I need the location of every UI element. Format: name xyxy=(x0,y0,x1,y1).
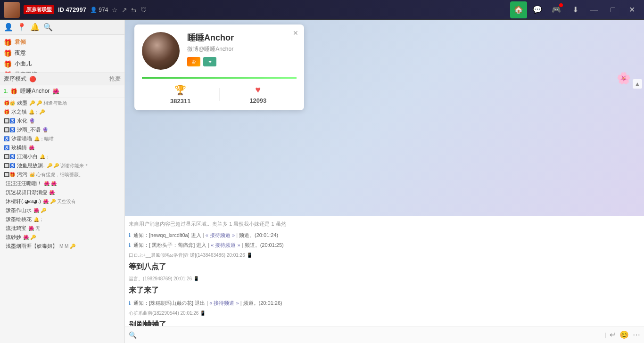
flower-decoration: 🌸 xyxy=(617,72,631,85)
channel-id: ID 472997 xyxy=(58,6,86,13)
chat-message: 心脏系曲南(182290544) 20:01:26 📱 别刷蛐蛐了 xyxy=(129,310,640,326)
chat-button[interactable]: 💬 xyxy=(529,1,546,18)
enter-icon[interactable]: ↵ xyxy=(610,330,616,339)
topbar-avatar[interactable] xyxy=(4,2,20,18)
rob-mic-button[interactable]: 抢麦 xyxy=(109,75,121,83)
home-button[interactable]: 🏠 xyxy=(510,1,527,18)
user-badge: 🔲♿ xyxy=(4,118,15,123)
list-item[interactable]: 沉迷叔叔日渐消瘦 🌺 xyxy=(0,188,124,197)
user-extra: 🔔； xyxy=(40,154,50,160)
chat-input[interactable] xyxy=(140,332,601,338)
gift-icon: 🎁 xyxy=(4,49,12,57)
list-item[interactable]: 🔲♿ 池鱼思故渊- 🔑 🔑 谢谢你能来 ⁺ xyxy=(0,161,124,170)
mic-slot: 1. 🎁 睡睡Anchor 🌺 xyxy=(0,85,124,98)
list-item[interactable]: ♿ 汐霍喵喵 🔔；喵喵 xyxy=(0,134,124,143)
user-name: 水之镇 xyxy=(11,108,27,115)
emoji-icon[interactable]: 😊 xyxy=(619,330,629,339)
list-item[interactable]: 🔲♿ 江湖小白 🔔； xyxy=(0,152,124,161)
chat-notice: ℹ 通知：[珠穗朗玛山巅の花] 退出 | « 接待频道 » | 频道。(20:0… xyxy=(129,299,640,308)
user-name: 泼墨作山水 xyxy=(6,207,32,214)
user-name: 江湖小白 xyxy=(17,153,38,160)
forward-icon[interactable]: ↗ xyxy=(122,6,127,14)
user-extra: 👑 心有猛虎，细嗅蔷薇。 xyxy=(29,172,83,178)
user-extra: 🔑 🔑 相逢与散场 xyxy=(29,100,67,106)
star-icon[interactable]: ☆ xyxy=(112,6,118,14)
top-users-list: 🎁 君倾 🎁 夜意 🎁 小曲儿 🎁 暴率不济 xyxy=(0,35,124,73)
trophy-stat: 🏆 382311 xyxy=(142,84,219,105)
fans-icon: 👤 xyxy=(90,7,97,13)
list-item[interactable]: 🎁👑 残墨 🔑 🔑 相逢与散场 xyxy=(0,98,124,107)
more-options-icon[interactable]: ⋯ xyxy=(633,330,640,339)
share-icon[interactable]: ⇆ xyxy=(131,6,137,14)
minimize-button[interactable]: — xyxy=(586,1,603,18)
user-name: 流砂妙 xyxy=(6,234,21,241)
mic-user-badge: 🌺 xyxy=(52,88,59,95)
list-item[interactable]: 🎁 小曲儿 xyxy=(0,58,124,69)
list-item[interactable]: 浅墨烟雨涯【妖毒姐】 M M 🔑 xyxy=(0,242,124,251)
user-extra: M M 🔑 xyxy=(59,244,75,249)
fans-count: 👤 974 xyxy=(90,7,108,13)
shield-icon[interactable]: 🛡 xyxy=(140,6,147,14)
notification-icon[interactable]: 🔔 xyxy=(30,23,40,32)
user-badge: 🔲🎁 xyxy=(4,172,15,177)
list-item[interactable]: 🎁 夜意 xyxy=(0,48,124,58)
user-extra: 🌺 无 xyxy=(28,225,40,232)
profile-badge-green: ✦ xyxy=(203,57,216,66)
profile-avatar xyxy=(142,32,180,70)
list-item[interactable]: 泼墨作山水 🌺 🔑 xyxy=(0,206,124,215)
list-item[interactable]: 流批鸡宝 🌺 无 xyxy=(0,224,124,233)
left-panel: 👤 📍 🔔 🔍 🎁 君倾 🎁 夜意 🎁 小曲儿 🎁 暴率不济 xyxy=(0,20,125,343)
download-button[interactable]: ⬇ xyxy=(567,1,584,18)
mic-mode-bar: 麦序模式 🔴 抢麦 xyxy=(0,73,124,85)
restore-button[interactable]: □ xyxy=(604,1,621,18)
topbar-action-icons: ☆ ↗ ⇆ 🛡 xyxy=(112,6,147,14)
user-extra: 🔑 🔑 谢谢你能来 ⁺ xyxy=(47,163,88,169)
window-controls: 🏠 💬 🎮 ⬇ — □ ✕ xyxy=(510,1,640,18)
main-layout: 👤 📍 🔔 🔍 🎁 君倾 🎁 夜意 🎁 小曲儿 🎁 暴率不济 xyxy=(0,20,644,343)
info-icon: ℹ xyxy=(129,232,131,238)
user-name: 沐檀轩(.◕ω◕.) xyxy=(6,198,41,205)
list-item[interactable]: 🎁 君倾 xyxy=(0,37,124,48)
list-item[interactable]: 🔲♿ 汐雨_不语 🔮 xyxy=(0,125,124,134)
chat-message: 温言。(1982948769) 20:01:26 📱 来了来了 xyxy=(129,275,640,297)
list-item[interactable]: 泼墨绘桃花 🔔； xyxy=(0,215,124,224)
user-badge: 🔲♿ xyxy=(4,127,15,132)
scroll-up-button[interactable]: ▲ xyxy=(633,79,642,89)
profile-card: 睡睡Anchor 微博@睡睡Anchor ♔ ✦ 🏆 382311 ♥ 1 xyxy=(134,24,304,110)
user-icon[interactable]: 👤 xyxy=(4,23,13,32)
profile-close-button[interactable]: ✕ xyxy=(291,28,300,38)
list-item[interactable]: 🔲🎁 污污 👑 心有猛虎，细嗅蔷薇。 xyxy=(0,170,124,179)
user-name: 池鱼思故渊- xyxy=(17,162,45,169)
search-icon[interactable]: 🔍 xyxy=(43,23,53,32)
list-item[interactable]: 沐檀轩(.◕ω◕.) 🌺 🔑 天空没有 xyxy=(0,197,124,206)
user-name: 泼墨绘桃花 xyxy=(6,216,32,223)
gift-icon: 🎁 xyxy=(4,39,12,46)
left-toolbar: 👤 📍 🔔 🔍 xyxy=(0,20,124,35)
list-item[interactable]: 🎁 水之镇 🔔；🔑 xyxy=(0,107,124,116)
list-item[interactable]: 🎁 暴率不济 xyxy=(0,69,124,73)
chat-messages: 来自用户消息内容已超过显示区域... 奥兰多 1 虽然我小妹还是 1 虽然 ℹ … xyxy=(125,216,644,326)
topbar: 原凉者联盟 ID 472997 👤 974 ☆ ↗ ⇆ 🛡 🏠 💬 🎮 ⬇ — … xyxy=(0,0,644,20)
list-item[interactable]: 汪汪汪汪嘣嘣！ 🌺 🌺 xyxy=(0,179,124,188)
chat-message: 口ロぶ+__晨風倾鸿ω洛音|孬 诺|(1438463486) 20:01:26 … xyxy=(129,252,640,274)
user-name: 汐霍喵喵 xyxy=(11,135,32,142)
chat-input-area: 🔍 | ↵ 😊 ⋯ xyxy=(125,326,644,343)
user-extra: 🌺 xyxy=(29,145,34,150)
user-name: 残墨 xyxy=(17,99,27,106)
heart-icon: ♥ xyxy=(255,84,261,95)
location-icon[interactable]: 📍 xyxy=(17,23,26,32)
user-extra: 🌺 🔑 天空没有 xyxy=(43,198,76,205)
list-item[interactable]: ♿ 玫橘情 🌺 xyxy=(0,143,124,152)
close-button[interactable]: ✕ xyxy=(623,1,640,18)
gift-icon: 🎁 xyxy=(4,60,12,68)
chat-message: 来自用户消息内容已超过显示区域... 奥兰多 1 虽然我小妹还是 1 虽然 xyxy=(129,219,640,229)
chat-bubble: 别刷蛐蛐了 xyxy=(129,318,166,326)
profile-weibo: 微博@睡睡Anchor xyxy=(187,45,297,53)
game-button[interactable]: 🎮 xyxy=(548,1,565,18)
user-extra: 🔔；🔑 xyxy=(29,109,45,115)
list-item[interactable]: 🔲♿ 水化 🔮 xyxy=(0,116,124,125)
user-badge: ♿ xyxy=(4,145,9,150)
user-extra: 🌺 🔑 xyxy=(33,208,46,213)
user-name: 沉迷叔叔日渐消瘦 xyxy=(6,189,47,196)
list-item[interactable]: 流砂妙 🌺 🔑 xyxy=(0,233,124,242)
